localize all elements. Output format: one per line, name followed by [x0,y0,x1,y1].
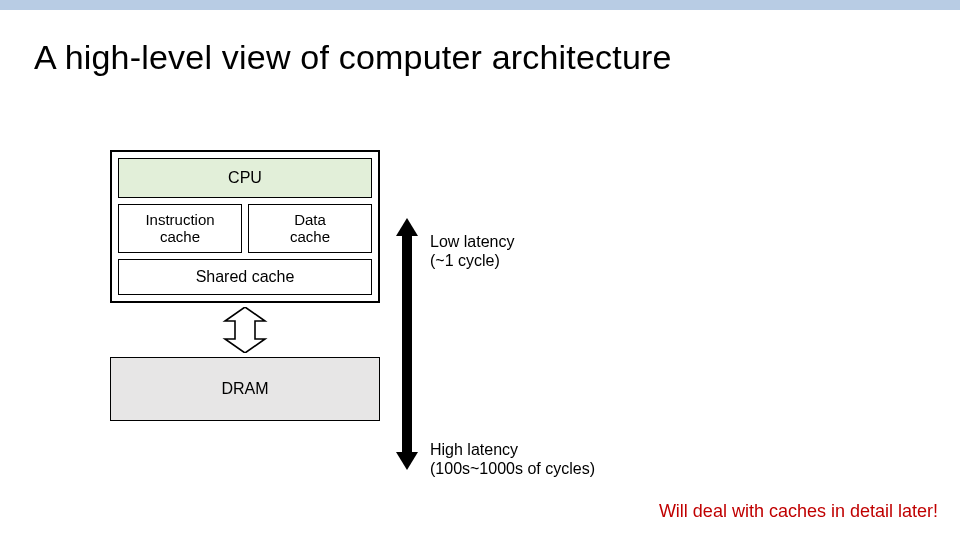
high-latency-line2: (100s~1000s of cycles) [430,459,595,478]
footnote-text: Will deal with caches in detail later! [659,501,938,522]
instruction-cache-label: Instruction cache [145,211,214,245]
low-latency-label: Low latency (~1 cycle) [430,232,515,270]
top-accent-bar [0,0,960,10]
architecture-diagram: CPU Instruction cache Data cache Shared … [110,150,380,421]
dram-box: DRAM [110,357,380,421]
low-latency-line1: Low latency [430,232,515,251]
low-latency-line2: (~1 cycle) [430,251,515,270]
svg-marker-3 [396,452,418,470]
bus-double-arrow-icon [220,307,270,353]
data-cache-box: Data cache [248,204,372,253]
l1-cache-row: Instruction cache Data cache [118,204,372,253]
svg-marker-1 [396,218,418,236]
high-latency-label: High latency (100s~1000s of cycles) [430,440,595,478]
data-cache-label: Data cache [290,211,330,245]
shared-cache-box: Shared cache [118,259,372,295]
high-latency-line1: High latency [430,440,595,459]
cpu-package-box: CPU Instruction cache Data cache Shared … [110,150,380,303]
cpu-box: CPU [118,158,372,198]
svg-marker-0 [225,307,265,353]
svg-rect-2 [402,234,412,454]
slide-title: A high-level view of computer architectu… [0,10,960,77]
instruction-cache-box: Instruction cache [118,204,242,253]
latency-double-arrow-icon [396,218,418,470]
